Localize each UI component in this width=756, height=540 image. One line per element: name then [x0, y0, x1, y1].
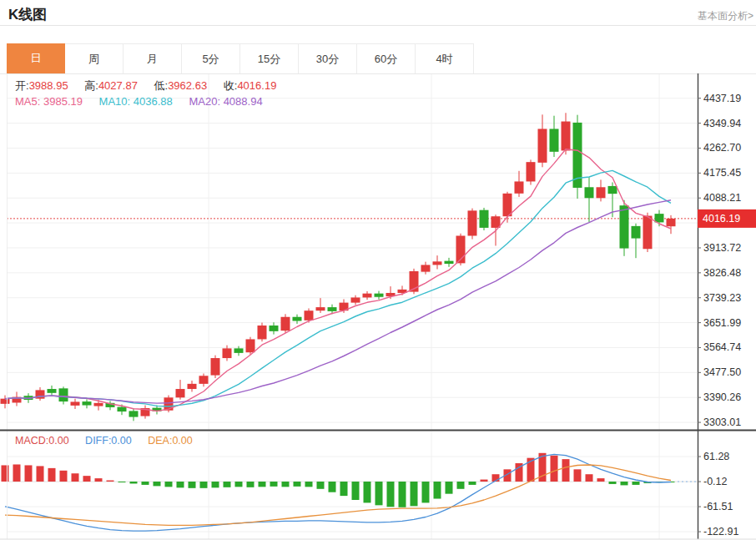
low-label: 低: [154, 79, 169, 92]
price-badge: 4016.19 [698, 209, 756, 228]
diff-line [5, 454, 671, 531]
ma10-label: MA10: 4036.88 [99, 95, 173, 108]
svg-text:3913.72: 3913.72 [703, 242, 741, 254]
ma-legend: MA5: 3985.19 MA10: 4036.88 MA20: 4088.94 [15, 95, 263, 108]
svg-text:4437.19: 4437.19 [703, 93, 741, 104]
svg-text:4262.70: 4262.70 [703, 142, 741, 154]
svg-text:3564.74: 3564.74 [703, 341, 741, 353]
svg-text:-0.12: -0.12 [703, 476, 728, 487]
svg-text:3477.50: 3477.50 [703, 366, 741, 378]
ohlc-legend: 开:3988.95 高:4027.87 低:3962.63 收:4016.19 [15, 78, 276, 93]
svg-text:3390.26: 3390.26 [703, 391, 741, 403]
macd-legend: MACD:0.00 DIFF:0.00 DEA:0.00 [15, 435, 193, 447]
svg-text:3651.99: 3651.99 [703, 317, 741, 329]
y-axis-labels: 4437.194349.944262.704175.454088.213913.… [698, 93, 741, 537]
svg-text:4349.94: 4349.94 [703, 118, 741, 129]
svg-text:3303.01: 3303.01 [703, 416, 741, 428]
svg-text:61.28: 61.28 [703, 451, 729, 462]
dea-line [5, 465, 671, 525]
svg-text:-61.51: -61.51 [703, 501, 733, 512]
ma5-label: MA5: 3985.19 [15, 95, 83, 108]
high-label: 高: [84, 79, 98, 92]
open-label: 开: [15, 79, 29, 92]
diff-value: DIFF:0.00 [85, 435, 132, 447]
svg-text:3826.48: 3826.48 [703, 267, 741, 279]
candlesticks [1, 113, 676, 421]
close-label: 收: [224, 79, 238, 92]
svg-text:4016.19: 4016.19 [703, 213, 740, 225]
svg-text:4175.45: 4175.45 [703, 167, 741, 179]
kline-widget: K线图 基本面分析> 日 周 月 5分 15分 30分 60分 4时 4437.… [0, 0, 756, 540]
ma10-line [5, 170, 671, 406]
svg-text:3739.23: 3739.23 [703, 292, 741, 304]
ma5-line [5, 149, 671, 411]
svg-text:4088.21: 4088.21 [703, 192, 741, 204]
open-value: 3988.95 [29, 79, 68, 92]
macd-histogram [2, 453, 675, 507]
close-value: 4016.19 [237, 79, 276, 92]
grid [7, 73, 698, 539]
chart-frame [0, 73, 756, 539]
ma20-label: MA20: 4088.94 [189, 95, 262, 108]
dea-value: DEA:0.00 [148, 435, 193, 447]
svg-text:-122.91: -122.91 [703, 526, 738, 537]
macd-value: MACD:0.00 [15, 435, 69, 447]
high-value: 4027.87 [98, 79, 138, 92]
low-value: 3962.63 [168, 79, 207, 92]
